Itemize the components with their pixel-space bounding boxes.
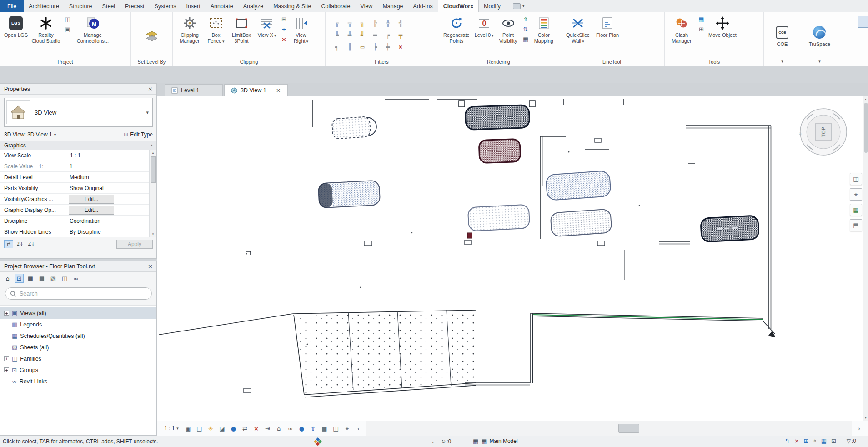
rendering-dialog-icon[interactable]: ● (228, 423, 239, 434)
tab-massing-site[interactable]: Massing & Site (268, 0, 316, 12)
fitter-icon[interactable]: ╗ (356, 18, 368, 29)
worksharing-display-icon[interactable]: ⇧ (308, 423, 318, 434)
fitter-icon[interactable]: ═ (369, 30, 381, 40)
tab-insert[interactable]: Insert (181, 0, 205, 12)
browser-filter-icon[interactable]: ⊡ (15, 274, 24, 283)
scrollbar-thumb[interactable] (151, 156, 156, 183)
tab-systems[interactable]: Systems (149, 0, 181, 12)
regenerate-points-button[interactable]: Regenerate Points (441, 14, 472, 45)
tab-add-ins[interactable]: Add-Ins (408, 0, 438, 12)
expand-icon[interactable]: + (4, 367, 9, 372)
active-model-selector[interactable]: ▦ ▦ Main Model (473, 438, 518, 444)
points-up-icon[interactable]: ⇧ (522, 15, 530, 23)
temporary-view-icon[interactable]: ∞ (285, 423, 296, 434)
select-tool-icon[interactable]: ⌖ (813, 438, 816, 444)
fitter-icon[interactable]: ╤ (395, 30, 406, 40)
apply-button[interactable]: Apply (116, 240, 153, 249)
manage-connections-button[interactable]: M Manage Connections... (73, 14, 112, 45)
pick-point-icon[interactable]: ⌖ (342, 423, 352, 434)
tab-collaborate[interactable]: Collaborate (316, 0, 356, 12)
sort-numeric-icon[interactable]: 2↓ (15, 240, 25, 248)
points-grid-icon[interactable]: ▦ (522, 35, 530, 43)
tree-item-views[interactable]: + ▣ Views (all) (0, 307, 156, 319)
open-lgs-button[interactable]: LGS Open LGS (3, 14, 29, 39)
tab-modify[interactable]: Modify (479, 0, 506, 12)
add-clip-icon[interactable]: ⊞ (280, 15, 288, 23)
pan-right-icon[interactable]: › (854, 423, 864, 434)
edit-button[interactable]: Edit... (69, 206, 114, 215)
tab-annotate[interactable]: Annotate (206, 0, 238, 12)
search-box[interactable] (5, 287, 152, 300)
detail-level-icon[interactable]: ▣ (183, 423, 193, 434)
fitter-icon[interactable]: ║ (344, 41, 356, 52)
communication-center-icon[interactable] (313, 437, 322, 447)
pan-left-icon[interactable]: ‹ (353, 423, 364, 434)
fitter-icon[interactable]: ╠ (369, 18, 381, 29)
reveal-hidden-icon[interactable]: ⌂ (274, 423, 284, 434)
fitter-icon[interactable]: ╦ (344, 18, 356, 29)
floor-plan-button[interactable]: Floor Plan (595, 14, 620, 39)
analytical-model-icon[interactable]: ▦ (319, 423, 330, 434)
fitter-icon[interactable]: ╣ (395, 18, 406, 29)
set-level-by-button[interactable] (140, 27, 163, 45)
fitter-icon[interactable]: ╝ (356, 30, 368, 40)
property-value[interactable]: 1 : 1 (68, 151, 147, 160)
fitter-icon[interactable]: ╩ (344, 30, 356, 40)
fitter-icon[interactable]: ╒ (382, 30, 394, 40)
model-view[interactable]: TOP ⌂ ◫ ⌖ ▦ ▤ ▴ ▾ (157, 96, 868, 421)
wheel-home-icon[interactable]: ⌂ (799, 131, 802, 136)
tab-architecture[interactable]: Architecture (24, 0, 64, 12)
tab-structure[interactable]: Structure (64, 0, 97, 12)
sheet-icon[interactable]: ▧ (49, 274, 58, 283)
expand-icon[interactable]: + (4, 311, 9, 316)
close-icon[interactable]: × (148, 86, 153, 92)
clash-add-icon[interactable]: ⊞ (697, 25, 705, 33)
scrollbar-thumb[interactable] (864, 103, 868, 153)
link-icon[interactable]: ∞ (71, 274, 80, 283)
tab-cloudworx[interactable]: CloudWorx (438, 0, 479, 12)
sort-alpha-icon[interactable]: Z↓ (27, 240, 36, 248)
view-x-button[interactable]: View X▾ (256, 14, 278, 39)
tab-steel[interactable]: Steel (97, 0, 120, 12)
save-icon[interactable]: ▣ (64, 25, 71, 33)
point-visibility-button[interactable]: Point Visibility (497, 14, 520, 45)
sun-path-icon[interactable]: ☀ (206, 423, 216, 434)
tree-item-schedules[interactable]: ▦ Schedules/Quantities (all) (0, 330, 156, 342)
filter-button[interactable]: ▽ :0 (847, 438, 856, 444)
coe-button[interactable]: COE COE (771, 23, 794, 48)
close-icon[interactable]: × (148, 263, 153, 269)
constraints-icon[interactable]: ● (296, 423, 307, 434)
edit-button[interactable]: Edit... (69, 195, 114, 204)
color-mapping-button[interactable]: Color Mapping (532, 14, 556, 45)
properties-toggle-icon[interactable]: ⇄ (4, 240, 13, 248)
panel-expand-icon[interactable]: ▾ (781, 60, 783, 64)
crop-view-icon[interactable]: ⇄ (240, 423, 250, 434)
clash-grid-icon[interactable]: ▦ (697, 15, 705, 23)
home-icon[interactable]: ⌂ (3, 274, 12, 283)
tab-precast[interactable]: Precast (120, 0, 149, 12)
scroll-up-icon[interactable]: ▴ (152, 150, 154, 156)
mini-panel-button-3[interactable]: ▦ (850, 204, 862, 216)
tab-file[interactable]: File (0, 0, 24, 12)
fitter-icon[interactable]: × (395, 41, 406, 52)
shadows-icon[interactable]: ◪ (217, 423, 227, 434)
scroll-down-icon[interactable]: ▾ (152, 231, 154, 237)
sheet-issues-icon[interactable]: ◫ (331, 423, 341, 434)
search-input[interactable] (20, 291, 147, 297)
fitter-icon[interactable]: ╬ (382, 18, 394, 29)
property-value[interactable]: Coordination (68, 216, 147, 226)
close-tab-icon[interactable]: × (276, 87, 281, 93)
property-value[interactable]: By Discipline (68, 227, 147, 236)
fitter-icon[interactable]: ╚ (331, 30, 343, 40)
fitter-icon[interactable]: ▭ (356, 41, 368, 52)
visual-style-icon[interactable]: □ (194, 423, 205, 434)
worksharing-off-icon[interactable]: × (794, 438, 799, 444)
vertical-scrollbar[interactable]: ▴ ▾ (863, 96, 868, 421)
expand-icon[interactable]: + (4, 356, 9, 361)
point-cloud-view[interactable] (157, 96, 863, 421)
navigation-wheel[interactable]: TOP ⌂ (798, 106, 849, 157)
tree-item-sheets[interactable]: ▧ Sheets (all) (0, 342, 156, 353)
fitter-icon[interactable]: ╪ (382, 41, 394, 52)
chevron-down-icon[interactable]: ▾ (146, 110, 149, 115)
property-value[interactable]: 1 (68, 162, 147, 171)
